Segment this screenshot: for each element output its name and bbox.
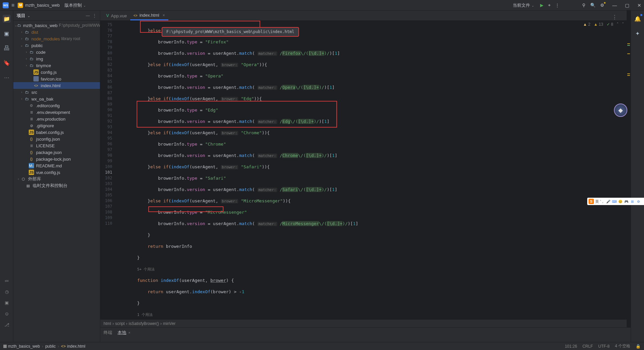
bookmarks-tool-icon[interactable]: ▣	[3, 29, 11, 37]
tree-folder-tinymce[interactable]: ›🗀tinymce	[13, 62, 100, 69]
status-crumb[interactable]: mzth_basics_web	[8, 344, 40, 349]
terminal-panel: 终端 本地 ×	[100, 327, 631, 342]
tree-file-gitignore[interactable]: ⊘.gitignore	[13, 122, 100, 129]
structure-tool-icon[interactable]: 品	[3, 44, 11, 52]
hamburger-menu-icon[interactable]: ≡	[11, 2, 14, 8]
terminal-main-tab[interactable]: 终端	[104, 330, 112, 336]
status-crumb[interactable]: index.html	[67, 344, 86, 349]
terminal-tool-icon[interactable]: ▣	[5, 300, 9, 305]
ai-assistant-icon[interactable]: ✦	[634, 29, 642, 37]
tree-file-jsconfig[interactable]: {}jsconfig.json	[13, 136, 100, 142]
tree-file-env-prod[interactable]: ≣.env.production	[13, 116, 100, 122]
close-tab-icon[interactable]: ×	[163, 13, 165, 18]
project-badge-icon: M	[18, 3, 23, 8]
tree-folder-wx-oa-bak[interactable]: ›🗀wx_oa_bak	[13, 96, 100, 102]
tree-folder-src[interactable]: ›🗀src	[13, 89, 100, 96]
tree-file-package-lock[interactable]: {}package-lock.json	[13, 156, 100, 162]
project-panel-title[interactable]: 项目⌄	[17, 13, 30, 19]
problems-tool-icon[interactable]: ⊙	[5, 311, 9, 316]
tab-index-html[interactable]: index.html×	[130, 11, 168, 20]
tree-file-editorconfig[interactable]: .editorconfig	[13, 102, 100, 109]
tree-file-env-dev[interactable]: ≣.env.development	[13, 109, 100, 116]
tree-folder-dist[interactable]: ›🗀dist	[13, 29, 100, 35]
more-tools-icon[interactable]: ⋯	[3, 73, 11, 81]
line-separator[interactable]: CRLF	[583, 344, 593, 349]
notifications-icon[interactable]: 🔔	[634, 15, 642, 23]
tab-app-vue[interactable]: VApp.vue	[103, 11, 130, 20]
vue-icon: V	[106, 13, 109, 18]
code-breadcrumb[interactable]: html› script› isSatisfyBrower()› minVer	[100, 319, 631, 327]
tree-folder-code[interactable]: ›🗀code	[13, 49, 100, 55]
run-icon[interactable]: ▶	[540, 3, 543, 8]
assistant-floating-icon[interactable]: ◆	[614, 104, 627, 117]
tree-file-readme[interactable]: README.md	[13, 162, 100, 169]
editor-body[interactable]: 7576777879808182838485868788899091929394…	[100, 21, 631, 319]
vcs-dropdown[interactable]: 版本控制⌄	[64, 2, 86, 8]
project-tree[interactable]: ⌄🗀mzth_basics_webF:\phpstudy_pro\WWW\mzt…	[13, 21, 100, 342]
file-path-tooltip: F:\phpstudy_pro\WWW\mzth_basics_web\publ…	[162, 27, 299, 37]
tree-folder-public[interactable]: ⌄🗀public	[13, 42, 100, 49]
product-logo-icon: WS	[3, 2, 9, 8]
favorites-tool-icon[interactable]: 🔖	[3, 59, 11, 67]
more-actions-icon[interactable]: ⋮	[555, 3, 559, 8]
tree-folder-img[interactable]: ›🗀img	[13, 55, 100, 62]
git-tool-icon[interactable]: ⎇	[4, 322, 9, 327]
tree-root[interactable]: ⌄🗀mzth_basics_webF:\phpstudy_pro\WWW\mzt…	[13, 22, 100, 29]
tree-file-license[interactable]: ≣LICENSE	[13, 142, 100, 149]
project-name[interactable]: mzth_basics_web	[25, 3, 59, 8]
module-icon	[3, 345, 7, 348]
project-tool-icon[interactable]: 📁	[3, 15, 11, 23]
tree-file-babel[interactable]: babel.config.js	[13, 129, 100, 136]
maximize-icon[interactable]: ▢	[625, 3, 629, 8]
indent-info[interactable]: 4 个空格	[615, 343, 630, 349]
tree-file-package[interactable]: {}package.json	[13, 149, 100, 156]
tree-scratches[interactable]: ▤临时文件和控制台	[13, 182, 100, 189]
search-icon[interactable]: 🔍	[590, 3, 596, 8]
tabs-more-icon[interactable]: ⋮	[612, 14, 617, 20]
ime-toolbar[interactable]: S英'， 🎤 ⌨ 😊 🎮 ⊞ ⚙	[587, 198, 644, 205]
tree-file-index-html[interactable]: index.html	[13, 82, 100, 89]
line-gutter: 7576777879808182838485868788899091929394…	[100, 21, 115, 319]
services-tool-icon[interactable]: ◷	[5, 289, 9, 294]
close-terminal-tab-icon[interactable]: ×	[128, 331, 130, 335]
code-content[interactable]: }else if(indexOf(userAgent, brower: "Fir…	[115, 21, 631, 319]
status-bar: mzth_basics_web› public› <> index.html 1…	[0, 342, 644, 350]
close-icon[interactable]: ✕	[637, 3, 641, 8]
error-stripe[interactable]	[627, 11, 631, 327]
tree-file-favicon[interactable]: favicon.ico	[13, 75, 100, 82]
panel-options-icon[interactable]: ⋮	[93, 13, 97, 18]
status-crumb[interactable]: public	[45, 344, 55, 349]
cursor-position[interactable]: 101:26	[565, 344, 577, 349]
inspection-widget[interactable]: 2 13 8 ˄˅	[583, 22, 624, 27]
right-tool-rail: 🔔 ✦	[631, 11, 644, 342]
terminal-local-tab[interactable]: 本地	[118, 330, 126, 336]
project-panel: 项目⌄ — ⋮ ⌄🗀mzth_basics_webF:\phpstudy_pro…	[13, 11, 100, 342]
todo-tool-icon[interactable]: ≔	[5, 278, 9, 283]
settings-icon[interactable]: ⚙	[600, 3, 604, 8]
tree-external-libs[interactable]: ›⬡外部库	[13, 176, 100, 182]
code-with-me-icon[interactable]: ⚲	[582, 3, 586, 8]
file-encoding[interactable]: UTF-8	[598, 344, 610, 349]
left-bottom-rail: ≔ ◷ ▣ ⊙ ⎇	[0, 278, 13, 327]
html-icon	[134, 13, 138, 18]
tree-folder-node-modules[interactable]: ›🗀node_moduleslibrary root	[13, 35, 100, 42]
editor-tabs: VApp.vue index.html× ⋮	[100, 11, 631, 21]
tree-file-config[interactable]: config.js	[13, 69, 100, 75]
reader-mode-icon[interactable]: 🔒	[636, 344, 641, 349]
run-config-dropdown[interactable]: 当前文件⌄	[513, 2, 534, 8]
project-header: 项目⌄ — ⋮	[13, 11, 100, 21]
title-bar: WS ≡ M mzth_basics_web 版本控制⌄ 当前文件⌄ ▶ ⌖ ⋮…	[0, 0, 644, 11]
minimize-icon[interactable]: —	[612, 3, 617, 8]
editor-area: VApp.vue index.html× ⋮ 75767778798081828…	[100, 11, 631, 342]
tree-file-vue-config[interactable]: vue.config.js	[13, 169, 100, 176]
hide-panel-icon[interactable]: —	[86, 13, 90, 18]
debug-icon[interactable]: ⌖	[548, 3, 550, 8]
